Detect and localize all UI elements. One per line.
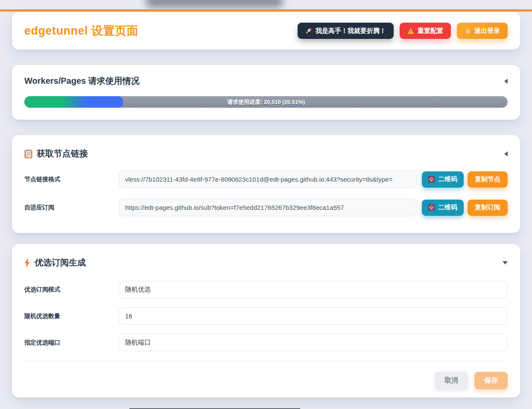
collapse-left-icon[interactable] [504, 151, 508, 156]
qr-code-button[interactable]: 二维码 [422, 171, 464, 188]
preferred-mode-input[interactable] [119, 281, 508, 298]
collapse-down-icon[interactable] [503, 261, 508, 265]
collapse-left-icon[interactable] [504, 79, 508, 84]
copy-subscription-label: 复制订阅 [475, 203, 500, 212]
preferred-subscription-title: 优选订阅生成 [35, 257, 86, 268]
node-links-card: 获取节点链接 节点链接格式 二维码 复制节点 自适应订阅 [12, 135, 520, 233]
header-actions: 我是高手！我就要折腾！ 重置配置 退出登录 [298, 23, 508, 39]
clipboard-icon [24, 149, 32, 159]
copy-node-button[interactable]: 复制节点 [468, 171, 508, 188]
preferred-port-row: 指定优选端口 [24, 334, 508, 351]
copy-subscription-button[interactable]: 复制订阅 [468, 200, 508, 216]
reset-config-button[interactable]: 重置配置 [400, 23, 451, 39]
preferred-mode-label: 优选订阅模式 [24, 286, 119, 294]
random-count-row: 随机优选数量 [24, 307, 508, 325]
node-link-input[interactable] [119, 171, 417, 188]
preferred-mode-row: 优选订阅模式 [24, 281, 508, 298]
qr-code-icon [428, 176, 435, 182]
lightning-icon [24, 258, 30, 268]
preferred-port-label: 指定优选端口 [24, 339, 119, 347]
settings-page: edgetunnel 设置页面 我是高手！我就要折腾！ 重置配置 退出登录 [12, 12, 520, 397]
preferred-port-input[interactable] [119, 334, 508, 351]
expert-mode-label: 我是高手！我就要折腾！ [316, 27, 386, 35]
usage-progress-label: 请求使用进度: 20,510 (20.51%) [24, 96, 508, 108]
node-links-title: 获取节点链接 [37, 148, 88, 159]
logout-label: 退出登录 [474, 27, 500, 35]
qr-code-icon [428, 204, 435, 211]
offscreen-element-shadow [146, 0, 283, 8]
subscription-input[interactable] [119, 199, 417, 216]
subscription-label: 自适应订阅 [24, 204, 119, 212]
save-button[interactable]: 保存 [474, 372, 508, 389]
usage-card-title: Workers/Pages 请求使用情况 [24, 75, 140, 87]
page-title: edgetunnel 设置页面 [24, 23, 138, 38]
page-header-card: edgetunnel 设置页面 我是高手！我就要折腾！ 重置配置 退出登录 [12, 12, 520, 50]
qr-code-button[interactable]: 二维码 [422, 200, 464, 216]
qr-code-label: 二维码 [438, 203, 457, 212]
usage-card: Workers/Pages 请求使用情况 请求使用进度: 20,510 (20.… [12, 65, 520, 120]
random-count-label: 随机优选数量 [24, 312, 119, 320]
qr-code-label: 二维码 [438, 175, 457, 183]
node-link-label: 节点链接格式 [24, 176, 119, 183]
top-accent-bar [0, 9, 532, 12]
cancel-button[interactable]: 取消 [435, 372, 468, 389]
preferred-subscription-card: 优选订阅生成 优选订阅模式 随机优选数量 指定优选端口 取消 保存 [12, 244, 520, 397]
copy-node-label: 复制节点 [475, 175, 500, 183]
wave-hand-icon [465, 28, 471, 34]
usage-progress-bar: 请求使用进度: 20,510 (20.51%) [24, 96, 508, 108]
form-footer: 取消 保存 [24, 361, 508, 389]
reset-config-label: 重置配置 [418, 27, 443, 35]
logout-button[interactable]: 退出登录 [457, 23, 508, 39]
rocket-icon [305, 27, 312, 34]
random-count-input[interactable] [119, 307, 508, 325]
subscription-row: 自适应订阅 二维码 复制订阅 [24, 199, 508, 216]
node-link-row: 节点链接格式 二维码 复制节点 [24, 171, 508, 188]
warning-icon [407, 28, 414, 34]
expert-mode-button[interactable]: 我是高手！我就要折腾！ [298, 23, 394, 39]
